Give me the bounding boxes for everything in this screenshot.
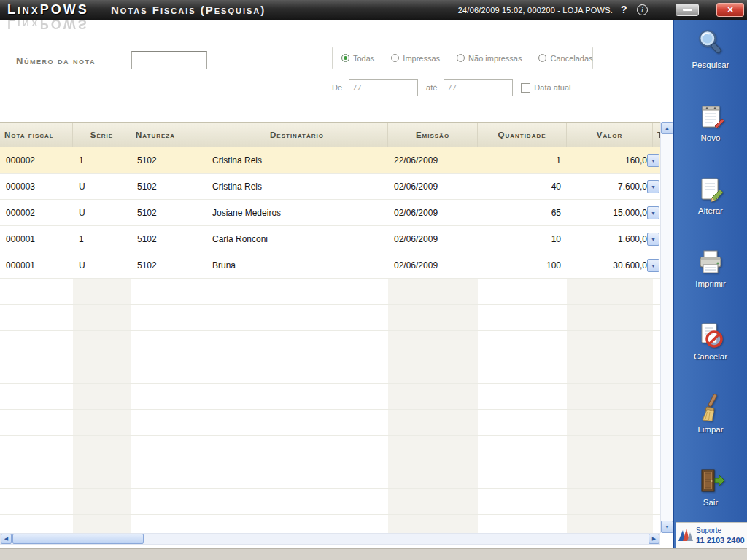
numero-da-nota-input[interactable] xyxy=(131,51,207,69)
data-atual-checkbox[interactable] xyxy=(521,83,530,93)
radio-icon xyxy=(538,54,546,62)
status-filter-group: TodasImpressasNão impressasCanceladas xyxy=(332,47,593,69)
radio-todas[interactable]: Todas xyxy=(341,54,374,63)
date-to-label: até xyxy=(426,83,437,92)
empty-row-lines xyxy=(0,279,660,533)
table-row[interactable]: 00000215102Cristina Reis22/06/20091160,0… xyxy=(0,147,660,174)
titlebar: LinxPOWS LinxPOWS Notas Fiscais (Pesquis… xyxy=(0,0,747,20)
data-atual-label: Data atual xyxy=(534,83,570,92)
sidebar-button-alterar[interactable]: Alterar xyxy=(674,174,747,223)
table-cell: 000001 xyxy=(0,226,73,252)
table-cell: 65 xyxy=(478,200,567,225)
sidebar: Suporte 11 2103 2400 PesquisarNovoAltera… xyxy=(673,20,747,548)
radio-label: Todas xyxy=(353,54,374,63)
sidebar-button-pesquisar[interactable]: Pesquisar xyxy=(674,28,747,77)
scroll-down-button[interactable]: ▼ xyxy=(661,521,673,533)
date-from-input[interactable]: / / xyxy=(349,79,418,96)
row-dropdown-button[interactable]: ▼ xyxy=(647,206,659,219)
table-body: 00000215102Cristina Reis22/06/20091160,0… xyxy=(0,147,660,533)
window-bottom-bar xyxy=(0,548,747,560)
edit-icon xyxy=(695,174,726,204)
chevron-down-icon: ▼ xyxy=(651,263,656,268)
table-cell: 5102 xyxy=(131,147,206,173)
row-dropdown-button[interactable]: ▼ xyxy=(647,259,659,272)
column-header-quantidade[interactable]: Quantidade xyxy=(478,122,567,147)
sidebar-button-label: Imprimir xyxy=(695,279,726,288)
column-header-nota-fiscal[interactable]: Nota fiscal xyxy=(0,122,73,147)
table-cell: 1 xyxy=(478,147,567,173)
table-cell: 22/06/2009 xyxy=(388,147,478,173)
row-dropdown-button[interactable]: ▼ xyxy=(647,154,659,167)
table-cell: 000002 xyxy=(0,200,73,225)
column-header-valor[interactable]: Valor xyxy=(567,122,653,147)
table-vertical-scrollbar[interactable]: ▲ ▼ xyxy=(660,122,673,533)
close-icon: × xyxy=(727,4,733,15)
table-cell: 000003 xyxy=(0,174,73,199)
table-cell: 02/06/2009 xyxy=(388,226,478,252)
scroll-up-button[interactable]: ▲ xyxy=(661,122,673,134)
table-row[interactable]: 00000115102Carla Ronconi02/06/2009101.60… xyxy=(0,226,660,252)
table-row[interactable]: 000002U5102Josiane Medeiros02/06/2009651… xyxy=(0,200,660,226)
table-horizontal-scrollbar[interactable]: ◀ ▶ xyxy=(0,533,660,545)
date-from-label: De xyxy=(332,83,342,92)
column-header-destinatario[interactable]: Destinatário xyxy=(206,122,388,147)
arrow-down-icon: ▼ xyxy=(665,524,670,529)
column-header-serie[interactable]: Série xyxy=(73,122,131,147)
column-header-emissao[interactable]: Emissão xyxy=(388,122,478,147)
table-cell: 160,0 xyxy=(567,147,653,173)
sidebar-button-novo[interactable]: Novo xyxy=(674,101,747,150)
support-logo-icon xyxy=(678,526,694,545)
arrow-left-icon: ◀ xyxy=(4,536,8,542)
table-row[interactable]: 000001U5102Bruna02/06/200910030.600,0▼ xyxy=(0,252,660,279)
radio-nao-impressas[interactable]: Não impressas xyxy=(457,54,522,63)
date-to-input[interactable]: / / xyxy=(444,79,513,96)
table-cell: 000002 xyxy=(0,147,73,173)
table-cell: 5102 xyxy=(131,174,206,199)
cancel-icon xyxy=(695,319,726,350)
printer-icon xyxy=(695,246,726,277)
horizontal-scroll-thumb[interactable] xyxy=(12,534,144,544)
radio-label: Canceladas xyxy=(550,54,592,63)
radio-label: Não impressas xyxy=(468,54,522,63)
table-cell: 000001 xyxy=(0,252,73,278)
table-cell: Carla Ronconi xyxy=(206,226,388,252)
page-title: Notas Fiscais (Pesquisa) xyxy=(111,4,266,16)
row-dropdown-button[interactable]: ▼ xyxy=(647,180,659,193)
help-icon[interactable]: ? xyxy=(621,4,627,15)
sidebar-button-cancelar[interactable]: Cancelar xyxy=(674,319,747,369)
info-icon[interactable]: i xyxy=(637,4,648,15)
table-cell: 30.600,0 xyxy=(567,252,653,278)
table-cell: 5102 xyxy=(131,252,206,278)
radio-icon xyxy=(457,54,465,62)
table-cell: 15.000,0 xyxy=(567,200,653,225)
table-cell: 7.600,0 xyxy=(567,174,653,199)
table-cell: 100 xyxy=(478,252,567,278)
sidebar-button-label: Novo xyxy=(701,133,721,142)
table-cell: Josiane Medeiros xyxy=(206,200,388,225)
close-button[interactable]: × xyxy=(716,3,744,17)
chevron-down-icon: ▼ xyxy=(651,211,656,216)
empty-rows-area xyxy=(0,279,660,533)
minimize-icon xyxy=(683,9,692,11)
radio-canceladas[interactable]: Canceladas xyxy=(538,54,592,63)
table-cell: Cristina Reis xyxy=(206,147,388,173)
scroll-left-button[interactable]: ◀ xyxy=(1,534,12,544)
table-cell: 10 xyxy=(478,226,567,252)
chevron-down-icon: ▼ xyxy=(651,237,656,242)
date-from-value: / / xyxy=(354,83,360,92)
minimize-button[interactable] xyxy=(676,4,699,16)
radio-impressas[interactable]: Impressas xyxy=(391,54,440,63)
support-label: Suporte xyxy=(696,526,745,535)
sidebar-button-limpar[interactable]: Limpar xyxy=(674,392,747,442)
table-cell: 5102 xyxy=(131,226,206,252)
column-header-natureza[interactable]: Natureza xyxy=(131,122,206,147)
sidebar-button-sair[interactable]: Sair xyxy=(674,465,747,515)
app-logo-text: LinxPOWS xyxy=(7,2,89,17)
scroll-right-button[interactable]: ▶ xyxy=(649,534,659,544)
table-row[interactable]: 000003U5102Cristina Reis02/06/2009407.60… xyxy=(0,174,660,200)
sidebar-button-imprimir[interactable]: Imprimir xyxy=(674,246,747,296)
row-dropdown-button[interactable]: ▼ xyxy=(647,233,659,246)
chevron-down-icon: ▼ xyxy=(651,184,656,190)
sidebar-button-label: Sair xyxy=(703,498,718,507)
filter-area: Número da nota TodasImpressasNão impress… xyxy=(0,20,673,122)
